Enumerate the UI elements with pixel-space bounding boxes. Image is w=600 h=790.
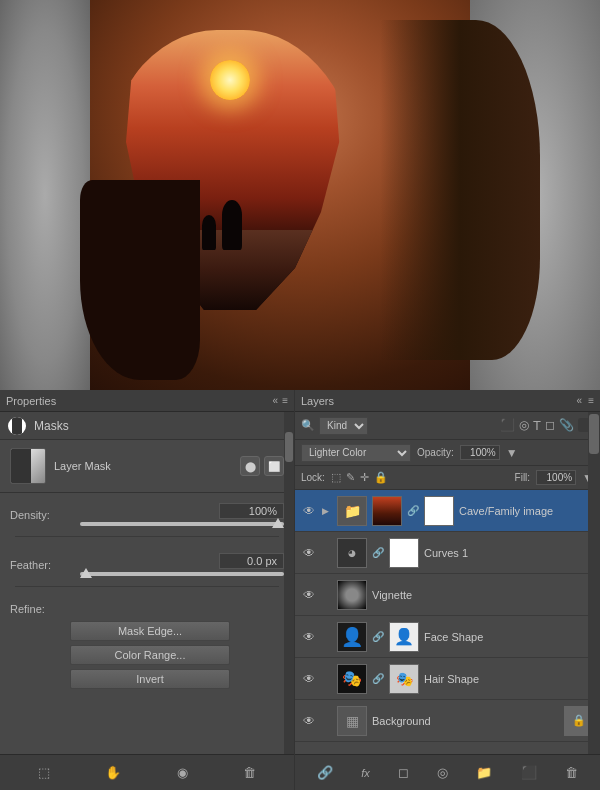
properties-menu[interactable]: ≡	[282, 395, 288, 406]
layers-panel: Layers « ≡ 🔍 Kind ⬛ ◎ T ◻ 📎 Li	[295, 390, 600, 790]
background-thumb: ▦	[337, 706, 367, 736]
new-group-btn[interactable]: 📁	[476, 765, 492, 780]
mask-rect-btn[interactable]: ⬜	[264, 456, 284, 476]
eye-curves1[interactable]: 👁	[301, 545, 317, 561]
density-thumb[interactable]	[272, 518, 284, 528]
layers-menu-icon[interactable]: ≡	[588, 395, 594, 406]
fill-input[interactable]	[536, 470, 576, 485]
footer-delete-icon[interactable]: 🗑	[243, 765, 256, 780]
new-layer-btn[interactable]: ⬛	[521, 765, 537, 780]
add-mask-btn[interactable]: ◻	[398, 765, 409, 780]
filter-type-icon[interactable]: T	[533, 418, 541, 433]
face-shape-label: Face Shape	[424, 631, 594, 643]
layer-row-cave-family[interactable]: 👁 ▶ 📁 🔗 Cave/Family image	[295, 490, 600, 532]
opacity-input[interactable]	[460, 445, 500, 460]
layers-footer: 🔗 fx ◻ ◎ 📁 ⬛ 🗑	[295, 754, 600, 790]
background-label: Background	[372, 715, 559, 727]
properties-footer: ⬚ ✋ ◉ 🗑	[0, 754, 294, 790]
layers-blend-bar: Lighter Color Opacity: ▼	[295, 440, 600, 466]
layer-mask-row[interactable]: Layer Mask ⬤ ⬜	[0, 440, 294, 493]
face-mask-thumb: 👤	[389, 622, 419, 652]
layer-mask-label: Layer Mask	[54, 460, 232, 472]
masks-section-title: Masks	[34, 419, 69, 433]
properties-scroll-thumb[interactable]	[285, 432, 293, 462]
layer-row-face-shape[interactable]: 👁 👤 🔗 👤 Face Shape	[295, 616, 600, 658]
feather-slider[interactable]	[80, 572, 284, 576]
feather-value[interactable]: 0.0 px	[219, 553, 284, 569]
layer-row-curves1[interactable]: 👁 ◕ 🔗 Curves 1	[295, 532, 600, 574]
layers-scroll-thumb[interactable]	[589, 414, 599, 454]
vignette-thumb	[337, 580, 367, 610]
lock-all-icon[interactable]: 🔒	[374, 471, 388, 484]
layers-scrollbar[interactable]	[588, 412, 600, 754]
properties-title: Properties	[6, 395, 56, 407]
eye-vignette[interactable]: 👁	[301, 587, 317, 603]
eye-cave-family[interactable]: 👁	[301, 503, 317, 519]
refine-label: Refine:	[10, 603, 284, 615]
fx-btn[interactable]: fx	[361, 767, 370, 779]
refine-row: Refine: Mask Edge... Color Range... Inve…	[0, 593, 294, 693]
masks-icon	[8, 417, 26, 435]
delete-layer-btn[interactable]: 🗑	[565, 765, 578, 780]
filter-icons: ⬛ ◎ T ◻ 📎	[500, 418, 594, 433]
density-slider[interactable]	[80, 522, 284, 526]
eye-background[interactable]: 👁	[301, 713, 317, 729]
filter-adjust-icon[interactable]: ◎	[519, 418, 529, 433]
chain-hair: 🔗	[372, 673, 384, 684]
hair-shape-label: Hair Shape	[424, 673, 594, 685]
chain-cave-family: 🔗	[407, 505, 419, 516]
eye-hair-shape[interactable]: 👁	[301, 671, 317, 687]
adjustment-btn[interactable]: ◎	[437, 765, 448, 780]
cave-family-thumb	[372, 496, 402, 526]
color-range-button[interactable]: Color Range...	[70, 645, 230, 665]
footer-eye-icon[interactable]: ◉	[177, 765, 188, 780]
cave-family-label: Cave/Family image	[459, 505, 594, 517]
face-shape-thumb: 👤	[337, 622, 367, 652]
feather-label: Feather:	[10, 559, 80, 571]
layer-row-background[interactable]: 👁 ▦ Background 🔒	[295, 700, 600, 742]
layers-double-arrow[interactable]: «	[577, 395, 583, 406]
properties-scrollbar[interactable]	[284, 412, 294, 754]
lock-label: Lock:	[301, 472, 325, 483]
footer-rect-icon[interactable]: ⬚	[38, 765, 50, 780]
density-row: Density: 100%	[0, 493, 294, 530]
layers-list: 👁 ▶ 📁 🔗 Cave/Family image 👁	[295, 490, 600, 742]
mask-edge-button[interactable]: Mask Edge...	[70, 621, 230, 641]
lock-draw-icon[interactable]: ✎	[346, 471, 355, 484]
filter-shape-icon[interactable]: ◻	[545, 418, 555, 433]
filter-pixel-icon[interactable]: ⬛	[500, 418, 515, 433]
hair-shape-thumb: 🎭	[337, 664, 367, 694]
opacity-arrow[interactable]: ▼	[506, 446, 518, 460]
blend-mode-select[interactable]: Lighter Color	[301, 444, 411, 462]
hair-mask-thumb: 🎭	[389, 664, 419, 694]
search-icon: 🔍	[301, 419, 315, 432]
feather-thumb[interactable]	[80, 568, 92, 578]
layers-header: Layers « ≡	[295, 390, 600, 412]
folder-thumb: 📁	[337, 496, 367, 526]
density-value[interactable]: 100%	[219, 503, 284, 519]
filter-smart-icon[interactable]: 📎	[559, 418, 574, 433]
feather-row: Feather: 0.0 px	[0, 543, 294, 580]
fill-label: Fill:	[515, 472, 531, 483]
properties-double-arrow[interactable]: «	[273, 395, 279, 406]
eye-face-shape[interactable]: 👁	[301, 629, 317, 645]
mask-thumbnail	[10, 448, 46, 484]
layers-search-bar: 🔍 Kind ⬛ ◎ T ◻ 📎	[295, 412, 600, 440]
lock-move-icon[interactable]: ✛	[360, 471, 369, 484]
vignette-label: Vignette	[372, 589, 594, 601]
chain-curves1: 🔗	[372, 547, 384, 558]
invert-button[interactable]: Invert	[70, 669, 230, 689]
canvas-preview	[0, 0, 600, 390]
footer-hand-icon[interactable]: ✋	[105, 765, 121, 780]
link-layers-btn[interactable]: 🔗	[317, 765, 333, 780]
layer-row-hair-shape[interactable]: 👁 🎭 🔗 🎭 Hair Shape	[295, 658, 600, 700]
curves1-mask-thumb	[389, 538, 419, 568]
mask-circle-btn[interactable]: ⬤	[240, 456, 260, 476]
density-label: Density:	[10, 509, 80, 521]
layers-title: Layers	[301, 395, 334, 407]
kind-select[interactable]: Kind	[319, 417, 368, 435]
expand-cave-family[interactable]: ▶	[322, 506, 332, 516]
lock-pixel-icon[interactable]: ⬚	[331, 471, 341, 484]
layer-row-vignette[interactable]: 👁 Vignette	[295, 574, 600, 616]
masks-title-bar: Masks	[0, 412, 294, 440]
